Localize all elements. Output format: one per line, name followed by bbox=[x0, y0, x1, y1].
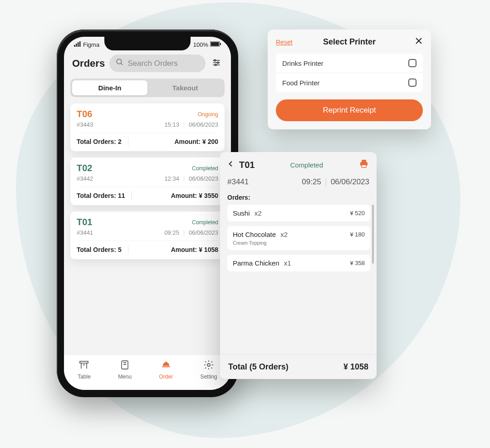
page-title: Orders bbox=[72, 58, 105, 69]
amount-label: Amount: bbox=[174, 138, 201, 145]
order-date: 06/06/2023 bbox=[189, 121, 218, 128]
gear-icon bbox=[203, 359, 214, 372]
tab-takeout[interactable]: Takeout bbox=[147, 80, 223, 95]
reset-link[interactable]: Reset bbox=[276, 39, 293, 46]
detail-date: 06/06/2023 bbox=[331, 177, 369, 187]
tab-order[interactable]: Order bbox=[159, 359, 173, 380]
svg-point-10 bbox=[214, 59, 216, 61]
order-time: 09:25 bbox=[164, 229, 179, 236]
total-orders-label: Total Orders: bbox=[77, 192, 116, 199]
order-status: Completed bbox=[192, 219, 218, 226]
divider bbox=[326, 178, 326, 186]
svg-rect-6 bbox=[220, 43, 221, 45]
svg-rect-28 bbox=[362, 165, 366, 167]
bell-icon bbox=[161, 359, 172, 372]
scrollbar[interactable] bbox=[372, 205, 374, 264]
amount-value: ¥ 200 bbox=[202, 138, 218, 145]
total-orders-value: 5 bbox=[118, 246, 122, 253]
segmented-control: Dine-In Takeout bbox=[70, 79, 225, 97]
item-name: Sushi x2 bbox=[233, 209, 262, 217]
item-qty: x2 bbox=[253, 209, 262, 217]
detail-time: 09:25 bbox=[302, 177, 321, 187]
items-list: Sushi x2 ¥ 520 Hot Chocolate x2 ¥ 180 Cr… bbox=[220, 205, 377, 276]
order-status: Completed bbox=[192, 165, 218, 172]
tab-menu[interactable]: Menu bbox=[118, 359, 132, 380]
svg-line-8 bbox=[121, 63, 122, 65]
svg-rect-19 bbox=[122, 361, 128, 369]
order-card[interactable]: T06 Ongoing #3443 15:13 06/06/2023 Total… bbox=[70, 103, 225, 151]
order-card[interactable]: T01 Completed #3441 09:25 06/06/2023 Tot… bbox=[70, 212, 225, 259]
tab-label: Table bbox=[78, 374, 91, 380]
status-right: 100% bbox=[193, 41, 221, 48]
detail-id: #3441 bbox=[227, 177, 249, 187]
checkbox[interactable] bbox=[408, 59, 416, 67]
tab-dine-in[interactable]: Dine-In bbox=[72, 80, 147, 95]
detail-table: T01 bbox=[239, 160, 255, 170]
detail-header: T01 Completed bbox=[220, 152, 377, 177]
item-price: ¥ 520 bbox=[350, 210, 365, 217]
order-item: Sushi x2 ¥ 520 bbox=[227, 205, 370, 222]
item-name: Parma Chicken x1 bbox=[233, 259, 291, 267]
total-orders-label: Total Orders: bbox=[77, 246, 116, 253]
amount-label: Amount: bbox=[171, 246, 197, 253]
amount-value: ¥ 3550 bbox=[199, 192, 218, 199]
close-icon[interactable] bbox=[415, 37, 423, 47]
order-table: T06 bbox=[77, 109, 92, 119]
tab-table[interactable]: Table bbox=[78, 359, 91, 380]
order-date: 06/06/2023 bbox=[189, 229, 218, 236]
orders-label: Orders: bbox=[220, 191, 377, 205]
printer-name: Food Printer bbox=[282, 79, 320, 87]
svg-rect-15 bbox=[80, 361, 88, 363]
tab-label: Order bbox=[159, 374, 173, 380]
svg-rect-2 bbox=[78, 42, 79, 47]
svg-point-14 bbox=[215, 64, 216, 65]
total-orders-label: Total Orders: bbox=[77, 138, 116, 145]
svg-rect-1 bbox=[76, 44, 77, 47]
detail-subheader: #3441 09:25 06/06/2023 bbox=[220, 177, 377, 191]
order-table: T02 bbox=[77, 163, 92, 173]
order-time: 15:13 bbox=[164, 121, 179, 128]
item-name: Hot Chocolate x2 bbox=[233, 231, 288, 238]
orders-list: T06 Ongoing #3443 15:13 06/06/2023 Total… bbox=[64, 103, 231, 259]
tab-setting[interactable]: Setting bbox=[200, 359, 217, 380]
svg-point-12 bbox=[217, 62, 219, 63]
order-card[interactable]: T02 Completed #3442 12:34 06/06/2023 Tot… bbox=[70, 158, 225, 205]
svg-rect-3 bbox=[79, 41, 81, 47]
checkbox[interactable] bbox=[408, 79, 416, 87]
svg-point-7 bbox=[117, 59, 122, 64]
phone-notch bbox=[104, 37, 191, 50]
battery-icon bbox=[210, 41, 221, 48]
print-icon[interactable] bbox=[358, 158, 369, 171]
item-price: ¥ 358 bbox=[350, 260, 365, 266]
divider bbox=[184, 176, 184, 182]
svg-rect-0 bbox=[74, 45, 75, 47]
printer-name: Drinks Printer bbox=[282, 59, 323, 67]
amount-value: ¥ 1058 bbox=[199, 246, 218, 253]
printer-option[interactable]: Drinks Printer bbox=[276, 54, 423, 73]
detail-status: Completed bbox=[290, 161, 323, 169]
divider bbox=[128, 138, 128, 146]
search-icon bbox=[116, 58, 124, 69]
bottom-tabbar: Table Menu Order Setting bbox=[64, 354, 231, 390]
order-table: T01 bbox=[77, 217, 92, 227]
svg-rect-22 bbox=[162, 366, 170, 367]
battery-label: 100% bbox=[193, 41, 208, 48]
reprint-button[interactable]: Reprint Receipt bbox=[276, 99, 423, 121]
printer-panel: Reset Select Printer Drinks Printer Food… bbox=[268, 30, 431, 129]
menu-icon bbox=[119, 359, 130, 372]
divider bbox=[184, 122, 184, 128]
phone-screen: Figma 100% Orders Search Orders Di bbox=[64, 37, 231, 390]
back-icon[interactable] bbox=[227, 159, 235, 171]
tab-label: Setting bbox=[200, 374, 217, 380]
svg-rect-27 bbox=[362, 160, 366, 162]
divider bbox=[131, 192, 132, 200]
order-item: Parma Chicken x1 ¥ 358 bbox=[227, 255, 370, 271]
svg-rect-5 bbox=[211, 42, 219, 46]
total-orders-value: 2 bbox=[118, 138, 122, 145]
filter-button[interactable] bbox=[210, 56, 223, 71]
search-input[interactable]: Search Orders bbox=[109, 54, 206, 72]
order-id: #3442 bbox=[77, 175, 93, 182]
status-left: Figma bbox=[74, 41, 99, 48]
printer-option[interactable]: Food Printer bbox=[276, 73, 423, 92]
order-item: Hot Chocolate x2 ¥ 180 Cream Topping bbox=[227, 226, 370, 250]
